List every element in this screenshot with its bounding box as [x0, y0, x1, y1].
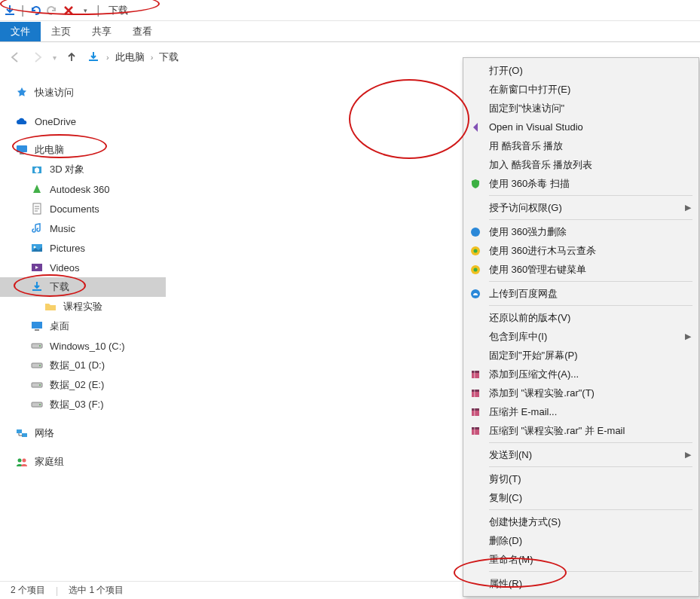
tree-item[interactable]: Pictures: [0, 238, 166, 258]
delete-icon[interactable]: [62, 4, 75, 17]
context-menu: 打开(O)在新窗口中打开(E)固定到"快速访问"Open in Visual S…: [463, 57, 699, 597]
breadcrumb-item[interactable]: 下载: [159, 50, 179, 64]
menu-item-label: 属性(R): [489, 577, 522, 591]
tab-share[interactable]: 共享: [81, 22, 122, 41]
tree-item[interactable]: 下载: [0, 277, 166, 297]
menu-item-label: 加入 酷我音乐 播放列表: [489, 158, 592, 172]
breadcrumb-chevron-icon: ›: [151, 53, 154, 62]
context-menu-item[interactable]: 复制(C): [463, 488, 698, 507]
context-menu-item[interactable]: 属性(R): [463, 574, 698, 593]
svg-rect-34: [472, 408, 479, 411]
svg-point-25: [474, 267, 478, 271]
menu-item-label: 使用 360强力删除: [489, 225, 567, 239]
tree-item[interactable]: Windows_10 (C:): [0, 336, 166, 356]
context-menu-item[interactable]: 添加到 "课程实验.rar"(T): [463, 384, 698, 402]
tree-label: 家庭组: [35, 455, 64, 469]
tree-label: 网络: [35, 426, 54, 440]
360-yellow-icon: [469, 264, 481, 276]
360-blue-icon: [469, 226, 481, 238]
svg-rect-7: [32, 322, 42, 329]
baidu-icon: [469, 288, 481, 300]
svg-point-14: [39, 384, 41, 386]
pictures-icon: [30, 241, 44, 255]
context-menu-item[interactable]: 使用 360杀毒 扫描: [463, 174, 698, 193]
status-selection: 选中 1 个项目: [69, 584, 124, 597]
tree-label: 此电脑: [35, 143, 64, 157]
nav-up-icon[interactable]: [64, 50, 79, 65]
context-menu-item[interactable]: 打开(O): [463, 61, 698, 80]
context-menu-item[interactable]: 固定到"快速访问": [463, 99, 698, 118]
tree-quick-access[interactable]: 快速访问: [0, 83, 166, 102]
tree-label: 数据_02 (E:): [50, 378, 104, 392]
tab-view[interactable]: 查看: [122, 22, 163, 41]
menu-item-label: 用 酷我音乐 播放: [489, 139, 563, 153]
qat-dropdown-icon[interactable]: ▾: [78, 4, 92, 17]
window-title: 下载: [109, 4, 128, 17]
context-menu-item[interactable]: 上传到百度网盘: [463, 284, 698, 303]
docs-icon: [30, 202, 44, 215]
tree-onedrive[interactable]: OneDrive: [0, 112, 166, 131]
tree-label: Autodesk 360: [50, 184, 110, 195]
context-menu-item[interactable]: 授予访问权限(G)▶: [463, 198, 698, 217]
tree-item[interactable]: Music: [0, 219, 166, 238]
breadcrumb-item[interactable]: 此电脑: [115, 50, 145, 64]
context-menu-item[interactable]: 压缩并 E-mail...: [463, 402, 698, 421]
submenu-arrow-icon: ▶: [685, 332, 691, 341]
tree-homegroup[interactable]: 家庭组: [0, 452, 166, 472]
menu-item-label: 固定到"开始"屏幕(P): [489, 349, 578, 362]
svg-point-10: [39, 345, 41, 347]
tab-home[interactable]: 主页: [41, 22, 81, 41]
tree-item[interactable]: 3D 对象: [0, 160, 166, 179]
context-menu-item[interactable]: 剪切(T): [463, 469, 698, 488]
context-menu-item[interactable]: 在新窗口中打开(E): [463, 80, 698, 99]
nav-recent-dropdown-icon[interactable]: ▾: [53, 53, 57, 62]
context-menu-item[interactable]: 发送到(N)▶: [463, 445, 698, 464]
redo-icon[interactable]: [45, 4, 59, 17]
tree-this-pc[interactable]: 此电脑: [0, 140, 166, 160]
tree-item[interactable]: Videos: [0, 258, 166, 277]
menu-separator: [489, 442, 692, 443]
svg-point-20: [23, 459, 26, 463]
undo-icon[interactable]: [29, 4, 42, 17]
context-menu-item[interactable]: 使用 360进行木马云查杀: [463, 241, 698, 260]
navigation-tree[interactable]: 快速访问 OneDrive 此电脑 3D 对象Autodesk 360Docum…: [0, 72, 166, 581]
context-menu-item[interactable]: 用 酷我音乐 播放: [463, 136, 698, 155]
tree-item[interactable]: 桌面: [0, 316, 166, 336]
context-menu-item[interactable]: 固定到"开始"屏幕(P): [463, 346, 698, 365]
context-menu-item[interactable]: 使用 360管理右键菜单: [463, 260, 698, 279]
svg-rect-0: [17, 145, 27, 152]
tab-file[interactable]: 文件: [0, 22, 41, 41]
tree-item[interactable]: Autodesk 360: [0, 179, 166, 199]
tree-network[interactable]: 网络: [0, 423, 166, 443]
tree-item[interactable]: 课程实验: [0, 297, 166, 316]
context-menu-item[interactable]: 压缩到 "课程实验.rar" 并 E-mail: [463, 421, 698, 440]
context-menu-item[interactable]: 删除(D): [463, 531, 698, 550]
tree-item[interactable]: 数据_01 (D:): [0, 356, 166, 375]
nav-back-icon[interactable]: [8, 50, 23, 65]
context-menu-item[interactable]: 添加到压缩文件(A)...: [463, 365, 698, 384]
download-arrow-icon: [3, 4, 17, 17]
svg-point-19: [18, 459, 22, 463]
tree-item[interactable]: 数据_03 (F:): [0, 395, 166, 414]
context-menu-item[interactable]: Open in Visual Studio: [463, 118, 698, 136]
context-menu-item[interactable]: 包含到库中(I)▶: [463, 327, 698, 346]
menu-item-label: 添加到 "课程实验.rar"(T): [489, 387, 595, 400]
menu-item-label: 固定到"快速访问": [489, 102, 564, 115]
qat-separator: |: [96, 4, 99, 17]
context-menu-item[interactable]: 创建快捷方式(S): [463, 512, 698, 531]
rar-icon: [469, 406, 481, 418]
menu-item-label: 使用 360进行木马云查杀: [489, 244, 596, 258]
homegroup-icon: [15, 455, 29, 469]
ribbon-tabs: 文件 主页 共享 查看: [0, 21, 700, 42]
tree-label: 桌面: [50, 319, 69, 333]
drive-icon: [30, 378, 44, 392]
nav-forward-icon[interactable]: [30, 50, 45, 65]
context-menu-item[interactable]: 使用 360强力删除: [463, 222, 698, 241]
context-menu-item[interactable]: 还原以前的版本(V): [463, 308, 698, 327]
menu-item-label: 使用 360管理右键菜单: [489, 263, 586, 277]
tree-item[interactable]: Documents: [0, 199, 166, 219]
status-item-count: 2 个项目: [11, 584, 45, 597]
context-menu-item[interactable]: 重命名(M): [463, 550, 698, 569]
tree-item[interactable]: 数据_02 (E:): [0, 375, 166, 395]
context-menu-item[interactable]: 加入 酷我音乐 播放列表: [463, 155, 698, 174]
